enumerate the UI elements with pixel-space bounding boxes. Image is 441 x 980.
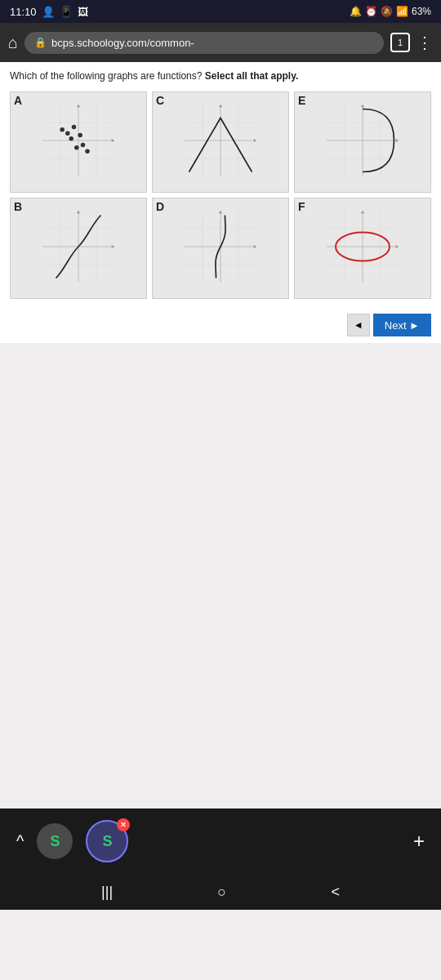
svg-point-11 (85, 149, 90, 154)
system-nav: ||| ○ < (0, 874, 441, 910)
status-right: 🔔 ⏰ 🔕 📶 63% (350, 6, 431, 17)
browser-menu-button[interactable]: ⋮ (416, 33, 433, 52)
graph-b-label: B (14, 200, 22, 213)
browser-bar: ⌂ 🔒 bcps.schoology.com/common- 1 ⋮ (0, 23, 441, 62)
phone-icon: 📱 (60, 6, 73, 18)
svg-marker-30 (396, 139, 399, 142)
svg-point-9 (69, 136, 74, 141)
svg-marker-47 (219, 211, 222, 213)
status-left: 11:10 👤 📱 🖼 (10, 6, 88, 18)
close-app-icon[interactable]: ✕ (117, 818, 130, 831)
svg-marker-14 (112, 139, 114, 142)
question-text: Which of the following graphs are functi… (10, 70, 431, 82)
graph-a-svg (14, 96, 143, 185)
tab-count-button[interactable]: 1 (390, 33, 410, 52)
graph-a-label: A (14, 94, 22, 107)
url-bar[interactable]: 🔒 bcps.schoology.com/common- (24, 32, 384, 54)
graph-c-svg (156, 96, 285, 185)
person-icon: 👤 (42, 6, 55, 18)
home-button[interactable]: ⌂ (8, 33, 18, 52)
graph-d-svg (156, 202, 285, 292)
graph-a[interactable]: A (10, 91, 147, 193)
back-button[interactable]: < (331, 884, 340, 901)
svg-point-10 (81, 143, 86, 148)
graph-f-svg (298, 202, 427, 292)
svg-marker-23 (219, 105, 222, 107)
svg-point-12 (74, 145, 79, 150)
image-icon: 🖼 (78, 6, 88, 18)
graph-d-label: D (156, 200, 164, 213)
graph-b-svg (14, 202, 143, 292)
alarm2-icon: ⏰ (365, 6, 377, 17)
svg-point-7 (65, 131, 70, 136)
svg-point-8 (72, 125, 77, 130)
up-chevron-button[interactable]: ^ (16, 832, 24, 851)
battery-display: 63% (412, 6, 431, 17)
graph-f[interactable]: F (294, 198, 431, 299)
svg-marker-46 (254, 245, 256, 248)
empty-area (0, 343, 441, 808)
home-sys-button[interactable]: ○ (217, 884, 226, 901)
url-text: bcps.schoology.com/common- (51, 37, 194, 49)
graph-e-svg (298, 96, 427, 185)
status-bar: 11:10 👤 📱 🖼 🔔 ⏰ 🔕 📶 63% (0, 0, 441, 23)
alarm-icon: 🔔 (350, 6, 362, 17)
svg-marker-15 (77, 105, 80, 107)
next-button[interactable]: Next ► (373, 314, 431, 336)
graph-c[interactable]: C (152, 91, 289, 193)
svg-point-13 (78, 133, 82, 138)
graph-c-label: C (156, 94, 164, 107)
svg-marker-31 (361, 105, 364, 107)
add-tab-button[interactable]: + (413, 830, 425, 853)
svg-marker-22 (254, 139, 256, 142)
graph-d[interactable]: D (152, 198, 289, 299)
graph-e-label: E (298, 94, 305, 107)
prev-button[interactable]: ◄ (347, 314, 370, 336)
mute-icon: 🔕 (381, 6, 393, 17)
svg-point-6 (60, 127, 65, 132)
time-display: 11:10 (10, 6, 37, 18)
app1-icon[interactable]: S (37, 823, 73, 859)
svg-marker-39 (77, 211, 80, 213)
graph-b[interactable]: B (10, 198, 147, 299)
recents-button[interactable]: ||| (101, 884, 113, 901)
graph-f-label: F (298, 200, 305, 213)
bottom-nav: ^ S S ✕ + (0, 808, 441, 874)
graph-e[interactable]: E (294, 91, 431, 193)
wifi-icon: 📶 (396, 6, 408, 17)
svg-marker-38 (112, 245, 114, 248)
lock-icon: 🔒 (34, 37, 47, 48)
nav-buttons: ◄ Next ► (0, 307, 441, 343)
svg-marker-56 (361, 211, 364, 213)
graphs-grid: A (10, 91, 431, 299)
app2-icon[interactable]: S ✕ (86, 820, 128, 862)
svg-marker-55 (396, 245, 399, 248)
main-content: Which of the following graphs are functi… (0, 62, 441, 307)
